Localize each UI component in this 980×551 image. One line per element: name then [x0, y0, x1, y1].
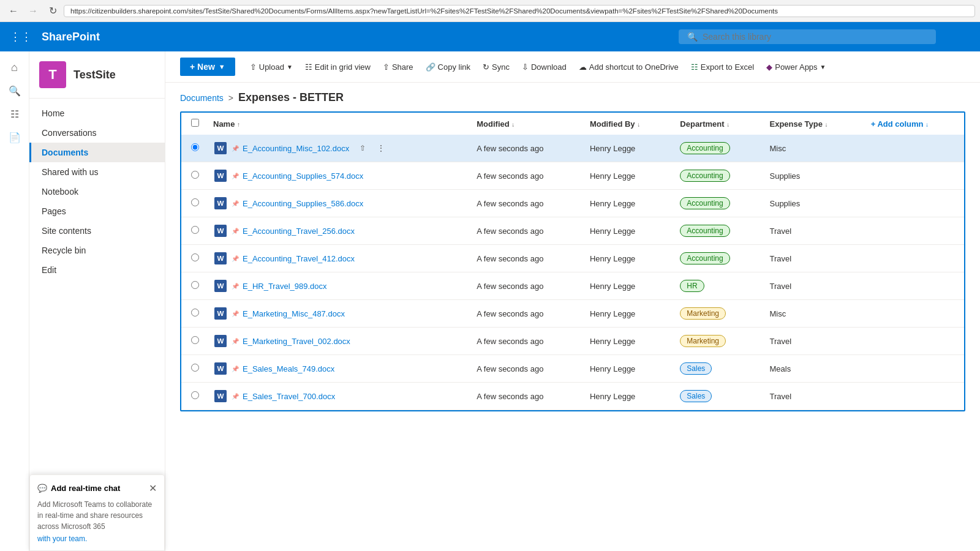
- row-radio[interactable]: [191, 143, 199, 151]
- row-checkbox-cell[interactable]: [181, 383, 206, 410]
- row-checkbox-cell[interactable]: [181, 355, 206, 383]
- table-header-row: Name ↑ Modified ↓ Modified By ↓ Departme…: [181, 113, 964, 135]
- row-radio[interactable]: [191, 198, 199, 206]
- col-header-name[interactable]: Name ↑: [206, 113, 469, 135]
- row-radio[interactable]: [191, 391, 199, 399]
- row-radio[interactable]: [191, 171, 199, 179]
- file-name-cell: W 📌 E_Marketing_Travel_002.docx: [206, 328, 469, 355]
- site-title: TestSite: [74, 69, 116, 81]
- sidebar-item-recycle-bin[interactable]: Recycle bin: [29, 241, 165, 260]
- power-apps-button[interactable]: ◆ Power Apps ▼: [761, 59, 831, 75]
- edit-grid-button[interactable]: ☷ Edit in grid view: [300, 59, 375, 75]
- download-icon: ⇩: [522, 62, 529, 72]
- sync-button[interactable]: ↻ Sync: [478, 59, 514, 75]
- modified-by-cell: Henry Legge: [582, 272, 673, 300]
- file-name-link[interactable]: E_Marketing_Misc_487.docx: [243, 309, 345, 318]
- row-checkbox-cell[interactable]: [181, 190, 206, 217]
- select-all-checkbox-col[interactable]: [181, 113, 206, 135]
- document-table: Name ↑ Modified ↓ Modified By ↓ Departme…: [181, 113, 964, 410]
- file-name-link[interactable]: E_Accounting_Supplies_574.docx: [243, 171, 363, 181]
- export-excel-button[interactable]: ☷ Export to Excel: [686, 59, 759, 75]
- file-name-link[interactable]: E_Accounting_Misc_102.docx: [243, 144, 349, 153]
- back-button[interactable]: ←: [5, 2, 22, 20]
- select-all-checkbox[interactable]: [191, 119, 199, 127]
- search-input[interactable]: [703, 32, 927, 42]
- row-checkbox-cell[interactable]: [181, 135, 206, 162]
- row-radio[interactable]: [191, 309, 199, 317]
- table-row: W 📌 E_Accounting_Supplies_574.docx A few…: [181, 162, 964, 190]
- row-radio[interactable]: [191, 253, 199, 261]
- row-radio[interactable]: [191, 336, 199, 344]
- row-checkbox-cell[interactable]: [181, 328, 206, 355]
- share-button[interactable]: ⇧ Share: [378, 59, 418, 75]
- chat-popup-header: 💬 Add real-time chat ✕: [37, 482, 157, 494]
- department-badge: Accounting: [680, 225, 729, 237]
- name-sort-icon: ↑: [237, 121, 240, 128]
- forward-button[interactable]: →: [24, 2, 42, 20]
- teams-icon: 💬: [37, 484, 47, 493]
- file-name-link[interactable]: E_Marketing_Travel_002.docx: [243, 337, 350, 346]
- copy-link-button[interactable]: 🔗 Copy link: [421, 59, 475, 75]
- search-bar[interactable]: 🔍: [679, 29, 936, 44]
- more-options-icon[interactable]: ⋮: [374, 141, 388, 156]
- sidebar-item-shared[interactable]: Shared with us: [29, 162, 165, 182]
- excel-icon: ☷: [691, 62, 698, 72]
- row-checkbox-cell[interactable]: [181, 300, 206, 328]
- col-header-expense-type[interactable]: Expense Type ↓: [762, 113, 863, 135]
- download-button[interactable]: ⇩ Download: [517, 59, 571, 75]
- nav-icon-notes[interactable]: 📄: [4, 126, 26, 148]
- refresh-button[interactable]: ↻: [44, 2, 61, 20]
- shortcut-icon: ☁: [579, 62, 587, 72]
- upload-button[interactable]: ⇧ Upload ▼: [245, 59, 298, 75]
- sidebar-item-edit[interactable]: Edit: [29, 260, 165, 280]
- share-file-icon[interactable]: ⇧: [355, 141, 370, 156]
- modified-cell: A few seconds ago: [469, 272, 582, 300]
- table-row: W 📌 E_HR_Travel_989.docx A few seconds a…: [181, 272, 964, 300]
- nav-icon-apps[interactable]: ☷: [4, 103, 26, 125]
- department-badge: Marketing: [680, 307, 726, 320]
- file-name-link[interactable]: E_Accounting_Travel_256.docx: [243, 227, 355, 236]
- department-badge: Accounting: [680, 197, 729, 209]
- waffle-icon[interactable]: ⋮⋮: [7, 28, 34, 46]
- table-row: W 📌 E_Sales_Meals_749.docx A few seconds…: [181, 355, 964, 383]
- file-name-link[interactable]: E_Sales_Travel_700.docx: [243, 392, 335, 401]
- row-radio[interactable]: [191, 281, 199, 289]
- new-button[interactable]: + New ▼: [180, 58, 235, 76]
- add-shortcut-button[interactable]: ☁ Add shortcut to OneDrive: [574, 59, 684, 75]
- row-checkbox-cell[interactable]: [181, 272, 206, 300]
- row-checkbox-cell[interactable]: [181, 162, 206, 190]
- expense-type-sort-icon: ↓: [825, 121, 828, 128]
- modified-by-cell: Henry Legge: [582, 383, 673, 410]
- expense-type-cell: Supplies: [762, 162, 863, 190]
- chat-link[interactable]: with your team.: [37, 534, 157, 543]
- nav-icon-search[interactable]: 🔍: [4, 80, 26, 102]
- site-header: T TestSite: [29, 51, 165, 99]
- col-header-modified[interactable]: Modified ↓: [469, 113, 582, 135]
- file-name-link[interactable]: E_Accounting_Supplies_586.docx: [243, 199, 363, 208]
- row-checkbox-cell[interactable]: [181, 245, 206, 272]
- file-name-link[interactable]: E_Sales_Meals_749.docx: [243, 364, 334, 373]
- department-cell: Sales: [673, 383, 762, 410]
- breadcrumb-documents-link[interactable]: Documents: [180, 93, 224, 103]
- empty-add-col-cell: [864, 272, 964, 300]
- empty-add-col-cell: [864, 328, 964, 355]
- row-checkbox-cell[interactable]: [181, 217, 206, 245]
- sidebar-item-conversations[interactable]: Conversations: [29, 123, 165, 143]
- sidebar-item-site-contents[interactable]: Site contents: [29, 221, 165, 241]
- sidebar-item-pages[interactable]: Pages: [29, 201, 165, 221]
- col-header-modified-by[interactable]: Modified By ↓: [582, 113, 673, 135]
- row-radio[interactable]: [191, 226, 199, 234]
- modified-cell: A few seconds ago: [469, 355, 582, 383]
- sidebar-item-documents[interactable]: Documents: [29, 143, 165, 162]
- chat-close-button[interactable]: ✕: [149, 482, 157, 494]
- address-bar[interactable]: https://citizenbuilders.sharepoint.com/s…: [64, 5, 975, 17]
- sidebar-item-home[interactable]: Home: [29, 103, 165, 123]
- col-header-department[interactable]: Department ↓: [673, 113, 762, 135]
- row-radio[interactable]: [191, 364, 199, 372]
- sidebar-item-notebook[interactable]: Notebook: [29, 182, 165, 201]
- file-name-link[interactable]: E_HR_Travel_989.docx: [243, 282, 327, 291]
- nav-icon-home[interactable]: ⌂: [4, 56, 26, 78]
- file-name-link[interactable]: E_Accounting_Travel_412.docx: [243, 254, 355, 263]
- add-column-header[interactable]: + Add column ↓: [864, 113, 964, 135]
- svg-text:W: W: [217, 392, 224, 400]
